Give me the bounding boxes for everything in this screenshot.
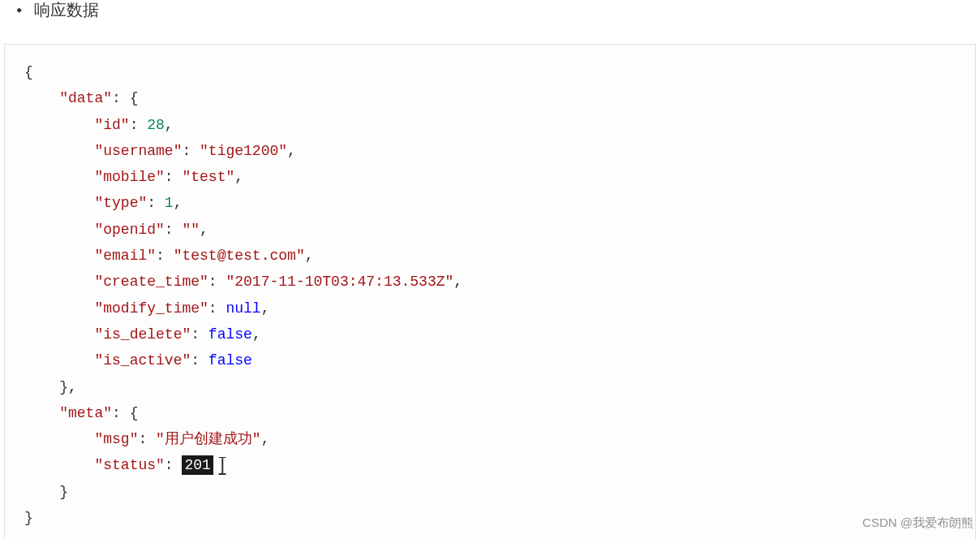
- val-modify-time: null: [226, 300, 260, 317]
- key-modify-time: "modify_time": [94, 300, 208, 317]
- key-is-delete: "is_delete": [94, 326, 191, 343]
- data-close: },: [59, 379, 77, 395]
- val-mobile: "test": [182, 169, 234, 185]
- punct: :: [130, 117, 148, 133]
- brace-open: {: [24, 64, 33, 80]
- brace-close: }: [24, 510, 33, 526]
- punct: ,: [261, 300, 270, 317]
- punct: ,: [200, 222, 208, 238]
- heading-text: 响应数据: [34, 0, 99, 19]
- key-mobile: "mobile": [94, 169, 164, 185]
- punct: :: [165, 457, 183, 473]
- val-msg: "用户创建成功": [156, 431, 261, 447]
- val-create-time: "2017-11-10T03:47:13.533Z": [226, 274, 453, 290]
- key-data: "data": [59, 90, 112, 106]
- val-type: 1: [165, 195, 174, 211]
- punct: : {: [112, 405, 138, 421]
- punct: ,: [234, 169, 243, 185]
- text-cursor-icon: [222, 458, 223, 474]
- val-openid: "": [182, 222, 200, 238]
- key-meta: "meta": [59, 405, 112, 421]
- punct: ,: [453, 274, 462, 290]
- punct: ,: [174, 195, 183, 211]
- punct: :: [165, 169, 183, 185]
- punct: :: [208, 300, 226, 317]
- val-id: 28: [147, 117, 165, 133]
- punct: :: [147, 195, 165, 211]
- val-is-active: false: [208, 352, 252, 369]
- key-openid: "openid": [94, 222, 164, 238]
- meta-close: }: [59, 484, 68, 500]
- punct: ,: [261, 431, 270, 447]
- punct: :: [191, 326, 208, 343]
- punct: ,: [165, 117, 174, 133]
- punct: :: [156, 248, 174, 264]
- key-id: "id": [94, 117, 129, 133]
- key-msg: "msg": [94, 431, 138, 447]
- section-heading: 响应数据: [0, 0, 980, 19]
- key-status: "status": [94, 457, 164, 473]
- punct: :: [165, 222, 183, 238]
- watermark-text: CSDN @我爱布朗熊: [862, 515, 974, 531]
- key-is-active: "is_active": [94, 352, 191, 369]
- punct: ,: [252, 326, 261, 343]
- val-username: "tige1200": [200, 143, 287, 159]
- punct: :: [208, 274, 226, 290]
- punct: ,: [305, 248, 314, 264]
- val-email: "test@test.com": [174, 248, 305, 264]
- punct: :: [182, 143, 200, 159]
- punct: :: [138, 431, 156, 447]
- key-create-time: "create_time": [94, 274, 208, 290]
- val-is-delete: false: [208, 326, 252, 343]
- val-status-highlighted: 201: [182, 455, 213, 475]
- key-type: "type": [94, 195, 147, 211]
- punct: :: [191, 352, 208, 369]
- punct: ,: [287, 143, 296, 159]
- key-email: "email": [94, 248, 156, 264]
- key-username: "username": [94, 143, 182, 159]
- punct: : {: [112, 90, 138, 106]
- json-code-block[interactable]: { "data": { "id": 28, "username": "tige1…: [4, 44, 976, 539]
